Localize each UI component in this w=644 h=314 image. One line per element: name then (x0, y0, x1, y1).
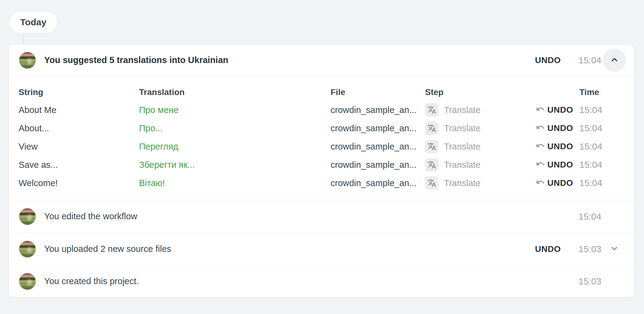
undo-row-button[interactable]: UNDO (536, 141, 573, 152)
chevron-slot-empty (603, 205, 626, 228)
undo-group-button[interactable]: UNDO (535, 244, 561, 254)
source-string: Welcome! (19, 178, 139, 188)
file-name: crowdin_sample_an... (331, 178, 425, 188)
undo-icon (536, 141, 545, 152)
row-time: 15:04 (579, 123, 626, 133)
file-name: crowdin_sample_an... (331, 123, 425, 133)
activity-time: 15:04 (578, 211, 603, 222)
workflow-step: Translate (425, 176, 527, 190)
source-string: About... (19, 123, 139, 133)
column-header-string: String (19, 87, 139, 97)
user-avatar (19, 240, 36, 258)
workflow-step: Translate (425, 158, 527, 171)
expand-button[interactable] (610, 244, 619, 254)
activity-title: You uploaded 2 new source files (44, 244, 171, 254)
translate-icon (425, 103, 438, 117)
translation-text: Вітаю! (139, 178, 331, 188)
table-header-row: String Translation File Step Time (19, 84, 626, 101)
activity-title: You suggested 5 translations into Ukrain… (44, 55, 228, 65)
activity-time: 15:03 (578, 244, 603, 254)
translate-icon (425, 176, 438, 190)
step-label: Translate (444, 105, 481, 115)
timeline-connector (23, 33, 24, 45)
undo-row-button[interactable]: UNDO (536, 159, 573, 171)
row-time: 15:04 (579, 141, 626, 152)
collapse-button[interactable] (603, 49, 626, 72)
undo-row-button[interactable]: UNDO (536, 104, 573, 116)
undo-group-button[interactable]: UNDO (535, 55, 561, 65)
column-header-step: Step (425, 87, 527, 97)
column-header-time: Time (579, 87, 626, 97)
workflow-step: Translate (425, 122, 527, 135)
row-time: 15:04 (579, 160, 626, 170)
translation-row: About... Про... crowdin_sample_an... Tra… (19, 119, 626, 137)
activity-title: You created this project. (44, 276, 139, 286)
file-name: crowdin_sample_an... (331, 160, 425, 170)
translate-icon (425, 122, 438, 135)
workflow-step: Translate (425, 103, 527, 117)
source-string: Save as... (19, 160, 139, 170)
file-name: crowdin_sample_an... (331, 142, 425, 152)
translate-icon (425, 158, 438, 171)
activity-time: 15:03 (578, 276, 603, 287)
undo-row-button[interactable]: UNDO (536, 178, 573, 189)
step-label: Translate (444, 178, 481, 188)
translations-table: String Translation File Step Time About … (9, 76, 634, 200)
user-avatar (19, 51, 36, 69)
activity-row-edited-workflow: You edited the workflow 15:04 (9, 200, 634, 233)
translation-row: View Перегляд crowdin_sample_an... Trans… (19, 137, 626, 156)
date-divider-pill: Today (9, 11, 58, 34)
chevron-up-icon (610, 55, 619, 65)
translate-icon (425, 140, 438, 153)
undo-icon (536, 159, 545, 171)
chevron-down-icon (610, 249, 619, 254)
translation-text: Перегляд (139, 142, 331, 152)
file-name: crowdin_sample_an... (331, 105, 425, 115)
source-string: View (19, 142, 139, 152)
translation-text: Про... (139, 123, 331, 133)
step-label: Translate (444, 123, 481, 133)
translation-row: About Me Про мене crowdin_sample_an... T… (19, 101, 626, 119)
undo-icon (536, 178, 545, 189)
user-avatar (19, 273, 36, 290)
translation-row: Welcome! Вітаю! crowdin_sample_an... Tra… (19, 174, 626, 192)
step-label: Translate (444, 142, 481, 152)
step-label: Translate (444, 160, 481, 170)
activity-title: You edited the workflow (44, 211, 137, 221)
undo-icon (536, 123, 545, 134)
row-time: 15:04 (579, 105, 626, 115)
row-time: 15:04 (579, 178, 626, 188)
activity-card: You suggested 5 translations into Ukrain… (9, 44, 634, 297)
activity-row-created-project: You created this project. 15:03 (9, 266, 634, 297)
activity-row-suggested: You suggested 5 translations into Ukrain… (9, 45, 634, 76)
workflow-step: Translate (425, 140, 527, 153)
source-string: About Me (19, 105, 139, 115)
column-header-file: File (331, 87, 425, 97)
translation-text: Про мене (139, 105, 331, 115)
column-header-translation: Translation (139, 87, 331, 97)
chevron-slot-empty (603, 270, 626, 293)
date-divider-label: Today (20, 17, 46, 27)
user-avatar (19, 208, 36, 225)
undo-icon (536, 104, 545, 116)
translation-row: Save as... Зберегти як... crowdin_sample… (19, 156, 626, 174)
activity-time: 15:04 (578, 55, 603, 65)
translation-text: Зберегти як... (139, 160, 331, 170)
undo-row-button[interactable]: UNDO (536, 123, 573, 134)
activity-row-uploaded-files: You uploaded 2 new source files UNDO 15:… (9, 233, 634, 266)
